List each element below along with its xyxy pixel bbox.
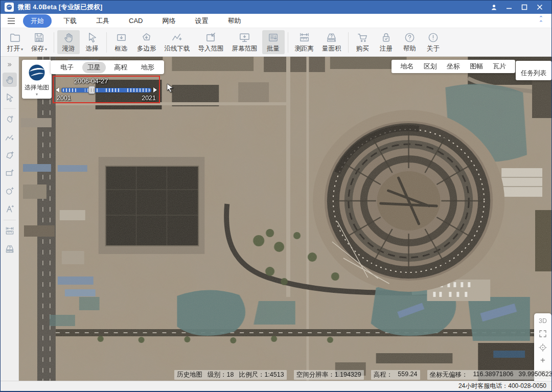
status-longitude: 116.38971806 (473, 371, 514, 379)
status-elevation-label: 高程： (374, 371, 393, 379)
question-icon (404, 32, 416, 43)
save-button[interactable]: 保存▾ (28, 30, 51, 54)
measure-distance-button[interactable]: 测距离 (291, 30, 318, 54)
area-measure-icon (5, 244, 15, 254)
toggle-coordinates[interactable]: 坐标 (447, 62, 460, 71)
select-button[interactable]: 选择 (81, 30, 103, 54)
sidebar-expand-button[interactable] (3, 60, 17, 69)
globe-swirl-icon (28, 63, 46, 82)
import-extent-button[interactable]: 导入范围 (195, 30, 227, 54)
import-icon (205, 32, 217, 43)
zoom-in-button[interactable]: + (540, 357, 545, 364)
collapse-ribbon-icon[interactable]: ⌃⌃ (539, 16, 543, 25)
menu-tools[interactable]: 工具 (88, 14, 117, 28)
purchase-button[interactable]: 购买 (352, 30, 374, 54)
map-type-satellite[interactable]: 卫星 (82, 62, 106, 73)
measure-area-button[interactable]: 量面积 (318, 30, 345, 54)
toolbar-separator (54, 32, 54, 53)
menu-cad[interactable]: CAD (121, 15, 150, 27)
sidebar-separator (4, 108, 16, 109)
batch-list-icon (267, 32, 279, 43)
polyline-plus-icon (5, 132, 15, 143)
status-history-map: 历史地图 (177, 371, 202, 379)
sidebar-pan-button[interactable] (3, 73, 17, 87)
menu-start[interactable]: 开始 (23, 14, 52, 28)
screen-extent-button[interactable]: 屏幕范围 (228, 30, 261, 54)
map-type-terrain[interactable]: 地形 (136, 62, 159, 73)
maximize-button[interactable] (517, 1, 532, 14)
menu-settings[interactable]: 设置 (187, 14, 216, 28)
toggle-tiles[interactable]: 瓦片 (493, 62, 506, 71)
draw-polyline-button[interactable] (3, 130, 17, 145)
along-line-download-button[interactable]: 沿线下载 (161, 30, 194, 54)
window-title: 微图 4.0Beta [专业版已授权] (18, 3, 102, 12)
menu-help[interactable]: 帮助 (220, 14, 248, 28)
draw-circle-button[interactable] (3, 184, 17, 198)
app-logo-icon (5, 3, 14, 12)
map-type-vector[interactable]: 电子 (55, 62, 79, 73)
satellite-basemap (19, 57, 551, 381)
toggle-districts[interactable]: 区划 (424, 62, 437, 71)
select-map-widget[interactable]: 选择地图 ▾ (22, 60, 52, 99)
register-button[interactable]: 注册 (375, 30, 398, 54)
status-coord-label: 坐标无偏移： (430, 371, 468, 379)
menu-download[interactable]: 下载 (56, 14, 84, 28)
draw-rectangle-button[interactable] (3, 166, 17, 180)
timeline-end-year: 2021 (142, 95, 156, 102)
status-latitude: 39.9950623 (519, 371, 551, 379)
timeline-next-button[interactable] (153, 87, 157, 93)
timeline-slider-handle[interactable] (88, 86, 95, 94)
bottom-status-bar: 24小时客服电话：400-028-0050 (1, 381, 551, 391)
polyline-icon (171, 32, 183, 43)
user-account-icon[interactable] (486, 1, 501, 14)
toolbar-separator (106, 32, 107, 53)
timeline-prev-button[interactable] (56, 87, 59, 93)
add-text-button[interactable] (3, 202, 17, 216)
mode-3d-button[interactable]: 3D (539, 317, 547, 325)
sidebar-measure-distance-button[interactable] (3, 224, 17, 238)
hamburger-menu-icon[interactable] (5, 16, 18, 26)
draw-polygon-button[interactable] (3, 148, 17, 163)
rectangle-plus-icon (5, 168, 15, 178)
minimize-button[interactable] (501, 1, 517, 14)
fullscreen-icon[interactable] (538, 329, 547, 338)
polygon-icon (141, 32, 152, 43)
timeline-start-year: 2001 (57, 95, 71, 102)
map-viewport[interactable]: 选择地图 ▾ 电子 卫星 高程 地形 2006-04-27 (19, 57, 551, 381)
freehand-plus-icon (5, 114, 15, 125)
pan-button[interactable]: 漫游 (57, 30, 80, 54)
draw-freehand-button[interactable] (3, 112, 17, 127)
timeline-track[interactable] (61, 88, 151, 93)
locate-target-icon[interactable] (538, 343, 547, 352)
lock-icon (380, 32, 392, 43)
circle-plus-icon (5, 186, 15, 196)
menu-network[interactable]: 网络 (154, 14, 183, 28)
task-list-button[interactable]: 任务列表 (516, 61, 551, 80)
sidebar-measure-area-button[interactable] (3, 242, 17, 256)
map-status-overlay: 历史地图 级别：18 比例尺：1:4513 空间分辨率：1.194329 高程：… (174, 370, 532, 380)
menu-bar: 开始 下载 工具 CAD 网络 设置 帮助 ⌃⌃ (1, 14, 551, 28)
about-button[interactable]: 关于 (422, 30, 445, 54)
save-icon (33, 32, 45, 43)
batch-button[interactable]: 批量 (262, 30, 285, 54)
select-map-label: 选择地图 (25, 83, 49, 92)
open-button[interactable]: 打开▾ (4, 30, 27, 54)
toolbar-separator (288, 32, 288, 53)
cart-icon (357, 32, 369, 43)
map-type-elevation[interactable]: 高程 (109, 62, 132, 73)
box-select-button[interactable]: 框选 (110, 30, 132, 54)
status-elevation-value: 559.24 (398, 371, 417, 379)
folder-icon (9, 32, 21, 43)
toggle-placenames[interactable]: 地名 (401, 62, 414, 71)
polygon-plus-icon (5, 150, 15, 160)
help-button[interactable]: 帮助 (399, 30, 421, 54)
toggle-map-sheets[interactable]: 图幅 (470, 62, 483, 71)
info-icon (427, 32, 439, 43)
sidebar-select-button[interactable] (3, 90, 17, 105)
title-bar: 微图 4.0Beta [专业版已授权] (1, 1, 551, 14)
polygon-button[interactable]: 多边形 (133, 30, 160, 54)
history-timeline[interactable]: 2006-04-27 2001 2021 (53, 76, 160, 103)
ribbon-toolbar: 打开▾ 保存▾ 漫游 选择 框选 多边形 沿线下载 导入范围 屏幕范围 批量 测… (1, 28, 551, 57)
ruler-icon (5, 226, 15, 236)
close-button[interactable] (532, 1, 547, 14)
